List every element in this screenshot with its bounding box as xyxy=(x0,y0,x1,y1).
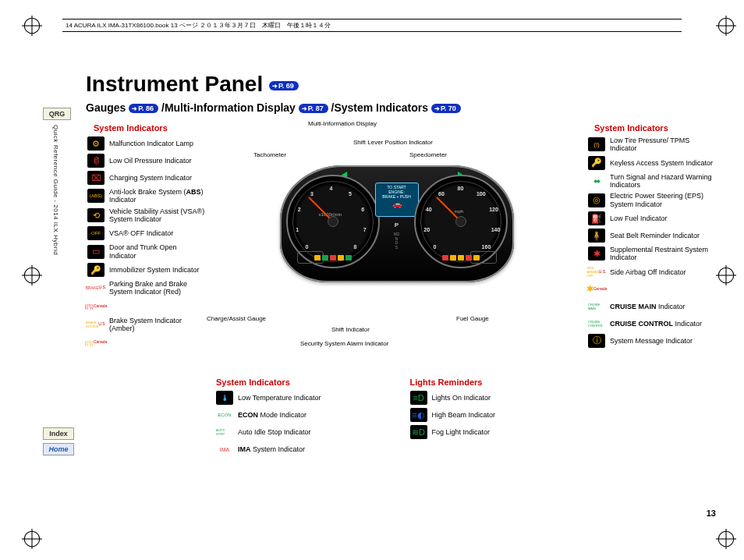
seatbelt-icon: 🧍 xyxy=(588,229,605,243)
indicator-low-fuel: ⛽Low Fuel Indicator xyxy=(586,211,717,226)
indicator-label: Fog Light Indicator xyxy=(432,428,491,436)
dial-tick: 40 xyxy=(426,207,432,212)
low-temp-icon: 🌡 xyxy=(216,391,233,405)
indicator-label: VSA® OFF Indicator xyxy=(109,229,173,237)
indicator-label: IMA System Indicator xyxy=(238,445,305,453)
brake-amber-icon: BRAKE SYSTEMU.S. xyxy=(87,317,105,331)
indicator-cruise-ctrl: CRUISE CONTROLCRUISE CONTROL Indicator xyxy=(586,316,717,331)
indicator-label: Seat Belt Reminder Indicator xyxy=(610,232,700,239)
indicator-label: Anti-lock Brake System (ABS) Indicator xyxy=(109,188,205,204)
econ-icon: ECON xyxy=(216,408,233,422)
indicator-vsa: ⟲Vehicle Stability Assist (VSA®) System … xyxy=(86,207,207,225)
indicator-brake-red-ca: ((!))Canada xyxy=(86,299,207,314)
section-header: System Indicators xyxy=(94,123,207,133)
indicator-side-airbag: SIDE AIRBAG OFFU.S.Side Airbag Off Indic… xyxy=(586,264,717,280)
indicator-tpms: (!)Low Tire Pressure/ TPMS Indicator xyxy=(586,136,717,154)
vsa-off-icon: OFF xyxy=(87,226,105,240)
label-charge: Charge/Assist Gauge xyxy=(207,315,266,322)
page-ref-pill[interactable]: P. 69 xyxy=(269,81,299,90)
label-fuel: Fuel Gauge xyxy=(456,315,489,322)
indicator-high-beam: ≡◐High Beam Indicator xyxy=(409,407,579,423)
dial-tick: 1 xyxy=(296,227,299,232)
indicator-door: ▭Door and Trunk Open Indicator xyxy=(86,243,207,261)
oil-icon: 🛢 xyxy=(87,154,105,168)
mid-indicator-list: 🌡Low Temperature IndicatorECONECON Mode … xyxy=(214,390,385,457)
indicator-brake-amber-ca: ((!))Canada xyxy=(86,335,207,350)
brake-red-ca-icon: ((!))Canada xyxy=(87,299,105,314)
tab-qrg[interactable]: QRG xyxy=(43,108,71,120)
dial-tick: 7 xyxy=(363,227,367,232)
indicator-label: Malfunction Indicator Lamp xyxy=(109,140,193,147)
indicator-low-temp: 🌡Low Temperature Indicator xyxy=(214,390,385,406)
sidebar-guide-text: Quick Reference Guide - 2014 ILX Hybrid xyxy=(52,125,59,296)
gear-list: M2NDS xyxy=(394,232,399,250)
crop-mark xyxy=(22,529,42,549)
indicator-ima: IMAIMA System Indicator xyxy=(214,441,385,457)
keyless-icon: 🔑 xyxy=(588,156,605,170)
speedometer-dial: 020406080100120140160 mph xyxy=(414,175,508,268)
indicator-srs: ✱Supplemental Restraint System Indicator xyxy=(586,245,717,263)
dial-tick: 60 xyxy=(438,191,445,197)
spd-warning-row xyxy=(442,255,480,261)
tab-index[interactable]: Index xyxy=(43,427,74,440)
sub-gauges: Gauges xyxy=(86,101,126,114)
print-header: 14 ACURA ILX IMA-31TX86100.book 13 ページ ２… xyxy=(62,19,682,32)
indicator-label: Lights On Indicator xyxy=(432,394,491,402)
indicator-label: Electric Power Steering (EPS) System Ind… xyxy=(610,192,716,208)
indicator-label: Turn Signal and Hazard Warning Indicator… xyxy=(610,173,716,190)
indicator-label: CRUISE CONTROL Indicator xyxy=(610,320,702,328)
dial-tick: 0 xyxy=(305,244,308,250)
dial-tick: 2 xyxy=(298,207,301,212)
subheader: Gauges P. 86 /Multi-Information Display … xyxy=(86,101,717,114)
indicator-label: Brake System Indicator (Amber) xyxy=(109,317,205,333)
lights-on-icon: ≡D xyxy=(410,391,427,405)
section-header: System Indicators xyxy=(594,123,717,133)
indicator-label: Parking Brake and Brake System Indicator… xyxy=(109,280,205,296)
high-beam-icon: ≡◐ xyxy=(410,408,427,422)
srs-icon: ✱ xyxy=(588,246,605,261)
indicator-label: Charging System Indicator xyxy=(109,174,192,182)
indicator-eps: ◎Electric Power Steering (EPS) System In… xyxy=(586,191,717,209)
page-ref-pill[interactable]: P. 70 xyxy=(431,104,461,113)
indicator-label: Side Airbag Off Indicator xyxy=(610,268,686,276)
tachometer-dial: 012345678 x1000r/min xyxy=(286,175,380,268)
tab-home[interactable]: Home xyxy=(43,443,74,455)
indicator-label: Low Oil Pressure Indicator xyxy=(109,157,192,165)
dial-tick: 8 xyxy=(354,244,357,250)
ima-icon: IMA xyxy=(216,442,233,456)
section-header: Lights Reminders xyxy=(410,377,579,387)
brake-amber-ca-icon: ((!))Canada xyxy=(87,335,105,349)
indicator-oil: 🛢Low Oil Pressure Indicator xyxy=(86,153,207,168)
dial-tick: 100 xyxy=(477,191,486,197)
dial-tick: 140 xyxy=(491,227,501,232)
crop-mark xyxy=(716,16,736,36)
dial-tick: 20 xyxy=(423,227,430,232)
crop-mark xyxy=(22,265,42,285)
tpms-icon: (!) xyxy=(588,137,605,151)
indicator-vsa-off: OFFVSA® OFF Indicator xyxy=(86,225,207,241)
dial-tick: 4 xyxy=(330,186,333,191)
instrument-cluster: 012345678 x1000r/min TO START ENGINE: BR… xyxy=(264,142,530,321)
cruise-main-icon: CRUISE MAIN xyxy=(588,299,605,314)
mid-display: TO START ENGINE: BRAKE + PUSH 🚗 xyxy=(375,183,419,217)
label-mid: Multi-Information Display xyxy=(308,120,377,127)
cruise-ctrl-icon: CRUISE CONTROL xyxy=(588,317,605,331)
dial-tick: 160 xyxy=(482,244,491,250)
title-text: Instrument Panel xyxy=(86,72,263,96)
page-ref-pill[interactable]: P. 87 xyxy=(299,104,328,113)
indicator-label: Low Fuel Indicator xyxy=(610,214,668,222)
indicator-label: Supplemental Restraint System Indicator xyxy=(610,246,716,262)
vsa-icon: ⟲ xyxy=(87,208,105,222)
gear-indicator: P xyxy=(395,222,399,229)
side-airbag-icon: SIDE AIRBAG OFFU.S. xyxy=(588,265,605,279)
indicator-label: High Beam Indicator xyxy=(432,411,496,419)
indicator-brake-amber: BRAKE SYSTEMU.S.Brake System Indicator (… xyxy=(86,316,207,334)
indicator-sys-msg: ⓘSystem Message Indicator xyxy=(586,333,717,349)
auto-idle-icon: AUTO STOP xyxy=(216,425,233,439)
sys-msg-icon: ⓘ xyxy=(588,334,605,348)
indicator-label: Keyless Access System Indicator xyxy=(610,159,713,167)
turn-icon: ⬌ xyxy=(588,174,605,188)
sub-mid: /Multi-Information Display xyxy=(161,101,296,114)
page-ref-pill[interactable]: P. 86 xyxy=(129,104,158,113)
label-security: Security System Alarm Indicator xyxy=(300,340,388,347)
